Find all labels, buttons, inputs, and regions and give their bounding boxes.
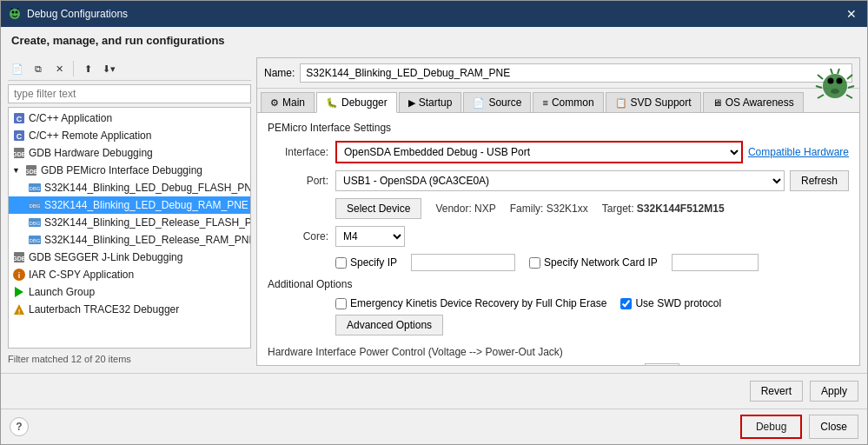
family-value: S32K1xx xyxy=(547,203,588,215)
debugger-panel-content: PEMicro Interface Settings Interface: Op… xyxy=(257,113,859,365)
hw-power-section: Hardware Interface Power Control (Voltag… xyxy=(268,346,849,365)
filter-input[interactable] xyxy=(8,84,251,103)
core-dropdown[interactable]: M4 xyxy=(335,226,405,247)
window-close-button[interactable]: ✕ xyxy=(843,7,860,21)
tab-os-awareness[interactable]: 🖥 OS Awareness xyxy=(703,92,804,112)
core-control-group: M4 xyxy=(335,226,849,247)
config-tree[interactable]: C C/C++ Application C C/C++ Remote Appli… xyxy=(8,107,251,349)
specify-ip-checkbox[interactable] xyxy=(335,257,347,269)
swd-checkbox[interactable] xyxy=(620,298,632,309)
duplicate-config-button[interactable]: ⧉ xyxy=(29,59,48,78)
specify-ip-text: Specify IP xyxy=(350,256,397,269)
tab-common[interactable]: ≡ Common xyxy=(533,92,603,112)
tree-item-release-flash-pne[interactable]: DBG S32K144_Blinking_LED_Release_FLASH_P… xyxy=(9,214,250,231)
apply-button[interactable]: Apply xyxy=(810,381,858,402)
target-label: Target: S32K144F512M15 xyxy=(602,203,725,215)
tree-item-c-app-label: C/C++ Application xyxy=(29,112,112,124)
import-dropdown-button[interactable]: ⬇▾ xyxy=(99,59,118,78)
family-label: Family: S32K1xx xyxy=(510,203,588,215)
svg-point-2 xyxy=(16,11,18,14)
gdb-segger-icon: GDB xyxy=(12,250,26,264)
port-dropdown[interactable]: USB1 - OpenSDA (9CA3CE0A) xyxy=(335,170,785,191)
svg-line-16 xyxy=(838,69,839,74)
title-bar: Debug Configurations ✕ xyxy=(1,1,867,27)
bug-icon xyxy=(813,62,857,105)
tree-item-lauterbach[interactable]: ! Lauterbach TRACE32 Debugger xyxy=(9,301,250,318)
tree-item-gdb-hw[interactable]: GDB GDB Hardware Debugging xyxy=(9,144,250,162)
tree-item-gdb-pemicro-label: GDB PEMicro Interface Debugging xyxy=(41,164,202,176)
swd-label[interactable]: Use SWD protocol xyxy=(620,297,721,309)
new-config-button[interactable]: 📄 xyxy=(8,59,27,78)
help-button[interactable]: ? xyxy=(10,417,29,436)
emergency-checkbox[interactable] xyxy=(335,298,347,309)
tab-main-label: Main xyxy=(282,96,305,109)
svg-point-0 xyxy=(10,9,20,19)
debug-button[interactable]: Debug xyxy=(740,415,802,439)
specify-network-checkbox[interactable] xyxy=(529,257,540,269)
advanced-options-button[interactable]: Advanced Options xyxy=(335,315,443,335)
svg-text:GDB: GDB xyxy=(12,256,26,262)
interface-dropdown[interactable]: OpenSDA Embedded Debug - USB Port xyxy=(335,141,743,163)
export-button[interactable]: ⬆ xyxy=(78,59,97,78)
flash-pne-icon: DBG xyxy=(28,181,42,195)
tree-item-flash-pne[interactable]: DBG S32K144_Blinking_LED_Debug_FLASH_PNE xyxy=(9,179,250,196)
debug-configurations-window: Debug Configurations ✕ Create, manage, a… xyxy=(0,0,868,445)
vendor-label: Vendor: NXP xyxy=(435,203,495,215)
tree-item-gdb-segger[interactable]: GDB GDB SEGGER J-Link Debugging xyxy=(9,249,250,266)
tab-svd-label: SVD Support xyxy=(631,96,692,109)
select-device-button[interactable]: Select Device xyxy=(335,198,421,219)
tree-item-launch-label: Launch Group xyxy=(29,286,95,298)
tree-item-c-remote-label: C/C++ Remote Application xyxy=(29,130,151,142)
emergency-text: Emergency Kinetis Device Recovery by Ful… xyxy=(350,297,606,309)
svg-text:!: ! xyxy=(18,308,21,315)
interface-dropdown-wrapper: OpenSDA Embedded Debug - USB Port xyxy=(335,141,743,163)
specify-network-label[interactable]: Specify Network Card IP xyxy=(529,256,658,269)
title-bar-left: Debug Configurations xyxy=(8,7,128,21)
delete-config-button[interactable]: ✕ xyxy=(50,59,69,78)
main-content: 📄 ⧉ ✕ ⬆ ⬇▾ C C/C++ Application xyxy=(1,54,867,373)
svg-text:GDB: GDB xyxy=(12,151,26,157)
source-tab-icon: 📄 xyxy=(473,97,485,109)
svg-text:DBG: DBG xyxy=(29,186,40,191)
ip-input[interactable] xyxy=(411,254,515,271)
tree-item-c-app[interactable]: C C/C++ Application xyxy=(9,110,250,127)
tree-item-flash-pne-label: S32K144_Blinking_LED_Debug_FLASH_PNE xyxy=(44,182,251,194)
device-control-group: Select Device Vendor: NXP Family: S32K1x… xyxy=(335,198,849,219)
svg-line-3 xyxy=(11,8,12,10)
tab-svd-support[interactable]: 📋 SVD Support xyxy=(606,92,701,112)
iar-icon: i xyxy=(12,268,26,282)
revert-button[interactable]: Revert xyxy=(750,381,803,402)
tree-item-gdb-pemicro[interactable]: ▼ GDB GDB PEMicro Interface Debugging xyxy=(9,162,250,179)
svg-point-7 xyxy=(837,78,843,84)
tree-item-ram-pne[interactable]: DBG S32K144_Blinking_LED_Debug_RAM_PNE xyxy=(9,196,250,214)
gdb-hw-icon: GDB xyxy=(12,146,26,160)
tab-debugger[interactable]: 🐛 Debugger xyxy=(316,92,397,113)
window-subtitle: Create, manage, and run configurations xyxy=(11,34,225,47)
tree-item-release-ram-pne[interactable]: DBG S32K144_Blinking_LED_Release_RAM_PNE xyxy=(9,231,250,249)
c-remote-icon: C xyxy=(12,129,26,143)
bottom-bottom-bar: ? Debug Close xyxy=(1,408,867,444)
ram-pne-icon: DBG xyxy=(28,198,42,212)
interface-control-group: OpenSDA Embedded Debug - USB Port Compat… xyxy=(335,141,849,163)
refresh-button[interactable]: Refresh xyxy=(790,170,849,191)
specify-ip-label[interactable]: Specify IP xyxy=(335,256,397,269)
tab-source[interactable]: 📄 Source xyxy=(463,92,531,112)
tree-item-iar-cspy[interactable]: i IAR C-SPY Application xyxy=(9,266,250,283)
tab-main[interactable]: ⚙ Main xyxy=(261,92,315,112)
tree-item-launch-group[interactable]: Launch Group xyxy=(9,283,250,301)
additional-options-row: Emergency Kinetis Device Recovery by Ful… xyxy=(268,297,849,309)
common-tab-icon: ≡ xyxy=(542,97,547,108)
filter-status: Filter matched 12 of 20 items xyxy=(8,352,251,366)
gdb-pemicro-icon: GDB xyxy=(24,163,38,177)
compatible-hardware-link[interactable]: Compatible Hardware xyxy=(748,146,849,158)
emergency-label[interactable]: Emergency Kinetis Device Recovery by Ful… xyxy=(335,297,606,309)
tab-common-label: Common xyxy=(552,96,594,109)
tree-item-c-remote[interactable]: C C/C++ Remote Application xyxy=(9,127,250,144)
power-down-input[interactable] xyxy=(645,363,679,365)
name-input[interactable] xyxy=(300,63,852,83)
tree-item-release-ram-label: S32K144_Blinking_LED_Release_RAM_PNE xyxy=(44,234,251,246)
tab-startup[interactable]: ▶ Startup xyxy=(399,92,462,112)
close-button[interactable]: Close xyxy=(809,415,858,439)
network-ip-input[interactable] xyxy=(672,254,759,271)
tab-source-label: Source xyxy=(488,96,521,109)
